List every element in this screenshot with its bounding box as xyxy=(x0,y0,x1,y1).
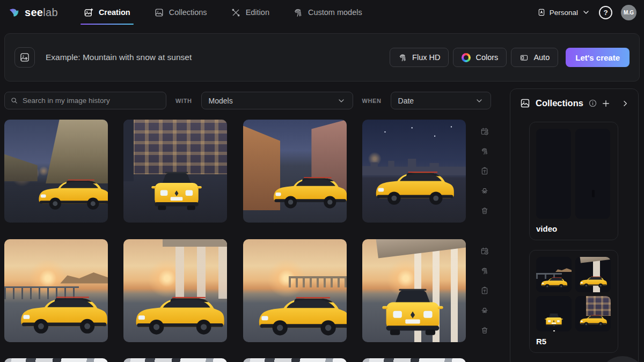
car-side-illustration xyxy=(251,289,347,341)
expand-collections-button[interactable] xyxy=(621,99,630,108)
collection-thumb[interactable] xyxy=(536,129,571,219)
row-actions-r2 xyxy=(480,247,490,335)
chevron-down-icon xyxy=(582,8,590,17)
chevron-down-icon xyxy=(475,97,484,105)
generated-image-r3-c1[interactable] xyxy=(4,358,108,362)
upload-image-button[interactable] xyxy=(14,47,35,68)
search-box[interactable] xyxy=(4,92,166,109)
collection-thumb[interactable] xyxy=(575,296,611,331)
car-side-illustration xyxy=(13,289,108,339)
nav-tabs: Creation Collections xyxy=(84,0,362,25)
car-side-illustration xyxy=(577,313,609,328)
trash-icon[interactable] xyxy=(480,206,489,215)
nav-right: Personal ? M.G xyxy=(537,5,636,20)
collection-thumb[interactable] xyxy=(536,257,572,292)
tab-label: Creation xyxy=(99,8,130,17)
when-label: WHEN xyxy=(362,98,382,104)
avatar[interactable]: M.G xyxy=(621,5,636,20)
generated-image-r1-c1[interactable] xyxy=(4,120,108,223)
format-button[interactable]: Auto xyxy=(511,48,558,67)
brand-logo[interactable]: seelab xyxy=(8,6,58,19)
date-dropdown[interactable]: Date xyxy=(391,92,491,109)
car-side-illustration xyxy=(128,289,227,340)
model-fingerprint-icon[interactable] xyxy=(480,147,489,156)
with-label: WITH xyxy=(175,98,192,104)
prompt-input[interactable]: Example: Mountain with snow at sunset xyxy=(46,53,385,62)
workspace-switcher[interactable]: Personal xyxy=(537,8,590,17)
generated-image-r2-c2[interactable] xyxy=(123,239,227,342)
filter-row: WITH Models WHEN Date xyxy=(4,92,491,109)
tab-custom-models[interactable]: Custom models xyxy=(293,0,362,25)
collection-thumb[interactable] xyxy=(575,257,611,292)
collection-card-video[interactable]: video xyxy=(529,122,618,240)
workspace-icon xyxy=(537,8,546,17)
image-plus-icon xyxy=(84,8,94,18)
tab-label: Custom models xyxy=(308,8,362,17)
brand-name: seelab xyxy=(25,6,58,19)
question-mark-icon: ? xyxy=(603,9,608,17)
car-side-illustration xyxy=(369,165,459,210)
generated-image-r3-c3[interactable] xyxy=(243,358,347,362)
generated-image-r3-c4[interactable] xyxy=(362,358,466,362)
chevron-down-icon xyxy=(337,97,346,105)
seelab-logo-icon xyxy=(8,6,20,19)
generated-image-r1-c4[interactable] xyxy=(362,120,466,223)
tab-edition[interactable]: Edition xyxy=(231,0,269,25)
row-actions-r1 xyxy=(480,127,490,215)
color-wheel-icon xyxy=(462,53,471,62)
model-select-button[interactable]: Flux HD xyxy=(390,48,449,67)
collection-name: R5 xyxy=(536,337,611,346)
incognito-icon[interactable] xyxy=(480,187,489,195)
collections-icon xyxy=(519,98,531,109)
tab-label: Collections xyxy=(169,8,207,17)
car-side-illustration xyxy=(577,274,609,290)
collections-title: Collections xyxy=(536,98,583,108)
car-side-illustration xyxy=(32,173,108,214)
aspect-ratio-icon xyxy=(519,53,529,62)
gallery-icon xyxy=(154,8,164,18)
prompt-clipboard-icon[interactable] xyxy=(480,167,489,175)
colors-button[interactable]: Colors xyxy=(453,48,507,67)
car-side-illustration xyxy=(267,171,347,213)
collection-thumb[interactable] xyxy=(575,129,610,219)
tab-creation[interactable]: Creation xyxy=(84,0,130,25)
generated-image-r2-c1[interactable] xyxy=(4,239,108,342)
calendar-clock-icon[interactable] xyxy=(480,127,489,136)
car-front-illustration xyxy=(378,286,447,340)
search-input[interactable] xyxy=(23,97,160,105)
tab-collections[interactable]: Collections xyxy=(154,0,207,25)
model-fingerprint-icon[interactable] xyxy=(480,267,489,275)
top-nav: seelab Creation xyxy=(0,0,644,25)
calendar-clock-icon[interactable] xyxy=(480,247,489,255)
collection-card-R5[interactable]: R5 xyxy=(529,250,618,353)
lets-create-button[interactable]: Let's create xyxy=(566,48,630,67)
help-button[interactable]: ? xyxy=(599,6,612,19)
generated-image-r3-c2[interactable] xyxy=(123,358,227,362)
format-button-label: Auto xyxy=(533,53,550,62)
add-collection-button[interactable] xyxy=(601,99,611,108)
collections-panel-header: Collections xyxy=(510,89,638,109)
generated-image-r1-c3[interactable] xyxy=(243,120,347,223)
fingerprint-icon xyxy=(398,53,407,62)
generated-image-r1-c2[interactable] xyxy=(123,120,227,223)
tab-label: Edition xyxy=(246,8,269,17)
workspace-label: Personal xyxy=(550,9,578,17)
info-icon[interactable] xyxy=(588,99,597,108)
app-root: seelab Creation xyxy=(0,0,644,362)
collection-thumbs xyxy=(536,129,611,219)
models-dropdown[interactable]: Models xyxy=(201,92,353,109)
car-side-illustration xyxy=(539,275,569,290)
generated-image-r2-c4[interactable] xyxy=(362,239,466,342)
models-dropdown-value: Models xyxy=(209,97,233,105)
car-front-illustration xyxy=(544,313,564,329)
collection-thumb[interactable] xyxy=(536,296,572,331)
search-icon xyxy=(10,97,18,105)
trash-icon[interactable] xyxy=(480,326,489,335)
generated-image-r2-c3[interactable] xyxy=(243,239,347,342)
image-upload-icon xyxy=(19,52,30,63)
prompt-clipboard-icon[interactable] xyxy=(480,286,489,295)
collection-thumbs xyxy=(536,257,611,331)
colors-button-label: Colors xyxy=(475,53,498,62)
car-front-illustration xyxy=(148,169,205,214)
incognito-icon[interactable] xyxy=(480,306,489,315)
